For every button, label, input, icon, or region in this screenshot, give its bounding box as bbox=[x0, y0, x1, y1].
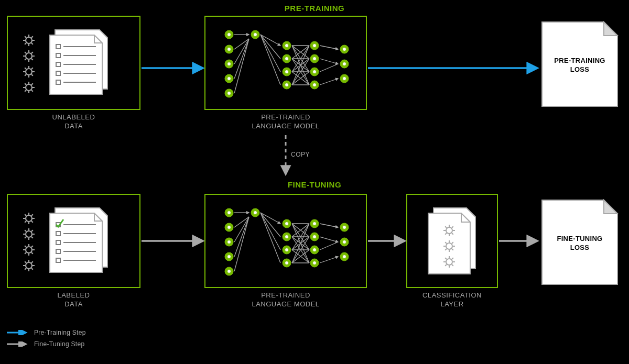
copy-label: COPY bbox=[291, 151, 317, 159]
svg-point-1 bbox=[26, 53, 32, 59]
svg-point-143 bbox=[313, 235, 317, 239]
svg-point-133 bbox=[285, 222, 289, 226]
svg-line-97 bbox=[261, 213, 280, 237]
svg-point-78 bbox=[26, 231, 32, 237]
svg-point-135 bbox=[285, 235, 289, 239]
svg-line-17 bbox=[234, 39, 249, 79]
svg-point-123 bbox=[227, 226, 231, 229]
svg-point-147 bbox=[313, 261, 317, 265]
svg-point-52 bbox=[227, 92, 231, 95]
svg-point-70 bbox=[313, 83, 317, 87]
svg-point-44 bbox=[227, 33, 231, 37]
box-classification-layer bbox=[406, 194, 498, 288]
svg-point-2 bbox=[26, 69, 32, 75]
legend-pretraining: Pre-Training Step bbox=[7, 329, 86, 336]
svg-line-20 bbox=[261, 35, 280, 59]
box-pretrained-model-bottom bbox=[204, 194, 367, 288]
svg-point-153 bbox=[343, 255, 346, 259]
legend-pretraining-text: Pre-Training Step bbox=[34, 329, 86, 336]
svg-line-93 bbox=[234, 217, 249, 242]
svg-point-131 bbox=[254, 211, 257, 215]
svg-point-66 bbox=[313, 57, 317, 61]
svg-line-99 bbox=[261, 213, 280, 263]
label-labeled-data: LABELED DATA bbox=[7, 291, 140, 309]
svg-point-121 bbox=[227, 211, 231, 215]
svg-point-62 bbox=[285, 83, 289, 87]
svg-line-40 bbox=[320, 59, 338, 64]
row-label-pretraining: PRE-TRAINING bbox=[273, 4, 356, 13]
label-classification-layer: CLASSIFICATION LAYER bbox=[406, 291, 498, 309]
svg-point-50 bbox=[227, 77, 231, 81]
svg-point-79 bbox=[26, 247, 32, 253]
svg-line-39 bbox=[320, 46, 338, 49]
legend-finetuning-text: Fine-Tuning Step bbox=[34, 340, 84, 348]
document-stack-icon bbox=[50, 30, 107, 94]
svg-line-94 bbox=[234, 217, 249, 257]
svg-line-95 bbox=[234, 217, 249, 271]
svg-point-58 bbox=[285, 57, 289, 61]
doc-text-pretraining-loss: PRE-TRAINING LOSS bbox=[541, 57, 619, 74]
svg-point-80 bbox=[26, 262, 32, 269]
svg-line-22 bbox=[261, 35, 280, 85]
svg-point-151 bbox=[343, 240, 346, 244]
svg-point-60 bbox=[285, 70, 289, 74]
doc-pretraining-loss: PRE-TRAINING LOSS bbox=[541, 21, 619, 107]
svg-point-48 bbox=[227, 62, 231, 66]
svg-point-74 bbox=[343, 62, 346, 66]
svg-line-18 bbox=[234, 39, 249, 93]
labeled-data-graphic bbox=[13, 205, 136, 281]
classification-layer-graphic bbox=[427, 207, 480, 278]
row-label-finetuning: FINE-TUNING bbox=[273, 180, 356, 189]
svg-point-56 bbox=[285, 44, 289, 48]
unlabeled-data-graphic bbox=[13, 27, 136, 103]
svg-point-139 bbox=[285, 261, 289, 265]
neural-network-icon bbox=[205, 17, 368, 111]
svg-point-129 bbox=[227, 270, 231, 273]
legend-finetuning: Fine-Tuning Step bbox=[7, 340, 84, 348]
svg-point-145 bbox=[313, 248, 317, 252]
svg-line-41 bbox=[320, 64, 338, 72]
svg-point-0 bbox=[26, 37, 32, 43]
svg-line-119 bbox=[320, 257, 338, 263]
svg-point-68 bbox=[313, 70, 317, 74]
svg-line-116 bbox=[320, 224, 338, 227]
doc-finetuning-loss: FINE-TUNING LOSS bbox=[541, 199, 619, 285]
svg-point-46 bbox=[227, 48, 231, 51]
svg-point-72 bbox=[343, 48, 346, 51]
doc-text-finetuning-loss: FINE-TUNING LOSS bbox=[541, 235, 619, 252]
box-unlabeled-data bbox=[7, 16, 140, 110]
svg-point-125 bbox=[227, 240, 231, 244]
svg-point-3 bbox=[26, 84, 32, 91]
svg-point-137 bbox=[285, 248, 289, 252]
box-labeled-data bbox=[7, 194, 140, 288]
svg-point-54 bbox=[254, 33, 257, 37]
svg-point-64 bbox=[313, 44, 317, 48]
svg-point-77 bbox=[26, 215, 32, 222]
label-pretrained-model-bottom: PRE-TRAINED LANGUAGE MODEL bbox=[204, 291, 367, 309]
svg-line-16 bbox=[234, 39, 249, 64]
svg-point-141 bbox=[313, 222, 317, 226]
svg-line-118 bbox=[320, 242, 338, 250]
svg-point-149 bbox=[343, 226, 346, 229]
svg-line-117 bbox=[320, 237, 338, 242]
neural-network-icon bbox=[205, 195, 368, 289]
label-pretrained-model-top: PRE-TRAINED LANGUAGE MODEL bbox=[204, 113, 367, 131]
box-pretrained-model-top bbox=[204, 16, 367, 110]
label-unlabeled-data: UNLABELED DATA bbox=[7, 113, 140, 131]
svg-line-42 bbox=[320, 79, 338, 85]
svg-point-127 bbox=[227, 255, 231, 259]
svg-point-76 bbox=[343, 77, 346, 81]
